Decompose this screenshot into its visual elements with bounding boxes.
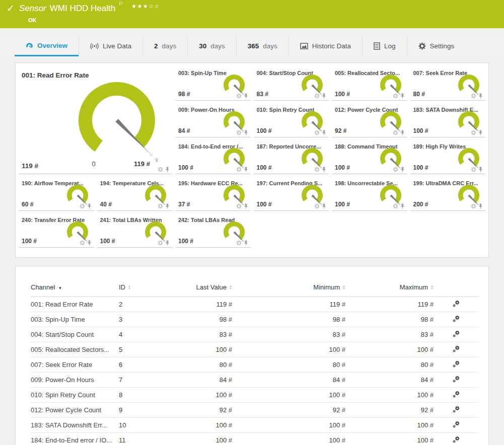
channel-table: Channel▼ID▲▼Last Value▲▼Minimum▲▼Maximum…: [31, 279, 479, 445]
gear-icon[interactable]: [314, 203, 320, 209]
gauge-tile-195[interactable]: 195: Hardware ECC Re... 37 #: [175, 178, 251, 211]
gauge-tile-197[interactable]: 197: Current Pending S... 100 #: [254, 178, 329, 211]
gear-icon[interactable]: [471, 93, 476, 99]
gear-icon[interactable]: [236, 240, 242, 246]
edit-channel-icon[interactable]: [453, 421, 460, 428]
gauge-tile-184[interactable]: 184: End-to-End error /... 100 #: [175, 141, 251, 174]
edit-channel-icon[interactable]: [453, 360, 460, 368]
edit-channel-icon[interactable]: [453, 406, 460, 413]
flag-icon[interactable]: ⚐: [118, 1, 123, 7]
gear-icon[interactable]: [158, 167, 163, 172]
pin-icon[interactable]: [243, 203, 249, 209]
pin-icon[interactable]: [400, 93, 405, 99]
tab-365-days[interactable]: 365days: [236, 36, 289, 56]
gauge-tile-189[interactable]: 189: High Fly Writes 100 #: [410, 141, 486, 174]
gear-icon[interactable]: [158, 203, 163, 209]
edit-channel-icon[interactable]: [453, 376, 460, 383]
edit-channel-icon[interactable]: [453, 436, 460, 443]
priority-stars[interactable]: ★★★☆☆: [131, 3, 160, 10]
gauge-tile-001[interactable]: 001: Read Error Rate x̄ 0 119 # 119 #: [19, 68, 172, 174]
gauge-tile-012[interactable]: 012: Power Cycle Count 92 #: [332, 105, 407, 137]
gear-icon[interactable]: [393, 203, 398, 209]
gauge-tile-004[interactable]: 004: Start/Stop Count 83 #: [254, 68, 329, 101]
pin-icon[interactable]: [478, 130, 483, 135]
column-header-minimum[interactable]: Minimum▲▼: [232, 279, 345, 297]
cell-maximum: 84 #: [345, 373, 434, 388]
edit-channel-icon[interactable]: [453, 330, 460, 338]
gear-icon[interactable]: [80, 240, 85, 246]
column-header-id[interactable]: ID▲▼: [119, 279, 154, 297]
pin-icon[interactable]: [165, 203, 170, 209]
gear-icon[interactable]: [236, 167, 242, 172]
column-header-actions[interactable]: [434, 279, 479, 297]
tab-label: days: [210, 42, 225, 50]
pin-icon[interactable]: [321, 130, 327, 135]
gauge-grid: 001: Read Error Rate x̄ 0 119 # 119 # 00…: [19, 68, 485, 248]
gear-icon[interactable]: [393, 130, 398, 135]
gauge-tile-003[interactable]: 003: Spin-Up Time 98 #: [175, 68, 251, 101]
edit-channel-icon[interactable]: [453, 391, 460, 398]
cell-last-value: 100 #: [154, 342, 232, 357]
pin-icon[interactable]: [87, 203, 92, 209]
edit-channel-icon[interactable]: [453, 345, 460, 353]
pin-icon[interactable]: [165, 240, 170, 246]
tab-historic-data[interactable]: Historic Data: [289, 36, 362, 56]
gear-icon[interactable]: [236, 93, 242, 99]
pin-icon[interactable]: [478, 167, 483, 172]
pin-icon[interactable]: [478, 203, 483, 209]
pin-icon[interactable]: [478, 93, 483, 99]
gear-icon[interactable]: [471, 167, 476, 172]
gauge-tile-198[interactable]: 198: Uncorrectable Se... 100 #: [332, 178, 407, 211]
pin-icon[interactable]: [321, 93, 327, 99]
gear-icon[interactable]: [471, 130, 476, 135]
cell-channel: 010: Spin Retry Count: [31, 388, 119, 403]
edit-channel-icon[interactable]: [453, 300, 460, 308]
gear-icon[interactable]: [158, 240, 163, 246]
pin-icon[interactable]: [243, 130, 249, 135]
gear-icon[interactable]: [314, 130, 320, 135]
gauge-tile-007[interactable]: 007: Seek Error Rate 80 #: [410, 68, 486, 101]
gauge-tile-188[interactable]: 188: Command Timeout 100 #: [332, 141, 407, 174]
gear-icon[interactable]: [236, 203, 242, 209]
tab-live-data[interactable]: Live Data: [79, 36, 142, 56]
gauge-tile-183[interactable]: 183: SATA Downshift E... 100 #: [410, 105, 486, 137]
edit-channel-icon[interactable]: [453, 315, 460, 323]
pin-icon[interactable]: [243, 93, 249, 99]
pin-icon[interactable]: [321, 167, 327, 172]
gear-icon[interactable]: [471, 203, 476, 209]
gear-icon[interactable]: [393, 167, 398, 172]
pin-icon[interactable]: [87, 240, 92, 246]
gear-icon[interactable]: [80, 203, 85, 209]
gauge-tile-009[interactable]: 009: Power-On Hours 84 #: [175, 105, 251, 137]
gauge-tile-187[interactable]: 187: Reported Uncorre... 100 #: [254, 141, 329, 174]
pin-icon[interactable]: [400, 203, 405, 209]
pin-icon[interactable]: [321, 203, 327, 209]
pin-icon[interactable]: [400, 167, 405, 172]
gauge-tile-194[interactable]: 194: Temperature Cels... 40 #: [97, 178, 173, 211]
pin-icon[interactable]: [243, 167, 249, 172]
gear-icon[interactable]: [236, 130, 242, 135]
tab-number: 365: [248, 42, 259, 50]
column-header-channel[interactable]: Channel▼: [31, 279, 119, 297]
tab-2-days[interactable]: 2days: [142, 36, 187, 56]
gauge-tile-190[interactable]: 190: Airflow Temperat... 60 #: [19, 178, 94, 211]
pin-icon[interactable]: [243, 240, 249, 246]
gauge-tile-241[interactable]: 241: Total LBAs Written 100 #: [97, 215, 173, 248]
tab-30-days[interactable]: 30days: [187, 36, 236, 56]
gauge-tile-010[interactable]: 010: Spin Retry Count 100 #: [254, 105, 329, 137]
tab-overview[interactable]: Overview: [15, 36, 79, 56]
column-header-maximum[interactable]: Maximum▲▼: [345, 279, 434, 297]
gear-icon[interactable]: [393, 93, 398, 99]
gauge-tile-199[interactable]: 199: UltraDMA CRC Err... 200 #: [410, 178, 486, 211]
gauge-tile-005[interactable]: 005: Reallocated Secto... 100 #: [332, 68, 407, 101]
gear-icon[interactable]: [314, 93, 320, 99]
gear-icon[interactable]: [314, 167, 320, 172]
pin-icon[interactable]: [165, 167, 170, 172]
tab-settings[interactable]: Settings: [407, 36, 466, 56]
gauge-value: 200 #: [413, 201, 428, 208]
pin-icon[interactable]: [400, 130, 405, 135]
tab-log[interactable]: Log: [362, 36, 407, 56]
gauge-tile-240[interactable]: 240: Transfer Error Rate 100 #: [19, 215, 94, 248]
gauge-tile-242[interactable]: 242: Total LBAs Read 100 #: [175, 215, 251, 248]
column-header-last-value[interactable]: Last Value▲▼: [154, 279, 232, 297]
